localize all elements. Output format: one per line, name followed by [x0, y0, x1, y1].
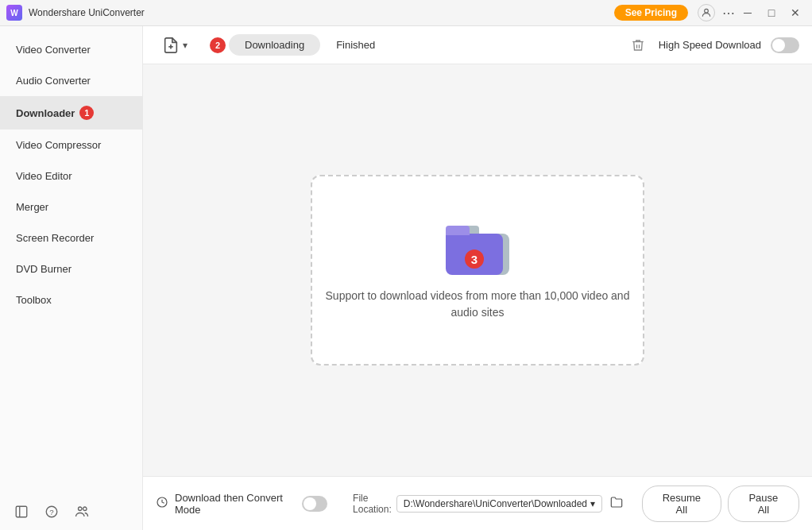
- app-title: Wondershare UniConverter: [29, 7, 614, 18]
- convert-mode-toggle[interactable]: [302, 496, 327, 512]
- sidebar-label: Merger: [16, 201, 48, 213]
- tab-finished[interactable]: Finished: [320, 34, 391, 56]
- pause-all-button[interactable]: Pause All: [728, 486, 799, 522]
- sidebar-label: Video Compressor: [16, 139, 101, 151]
- sidebar-item-audio-converter[interactable]: Audio Converter: [0, 65, 142, 96]
- users-icon[interactable]: [73, 503, 91, 520]
- folder-open-icon[interactable]: [610, 496, 623, 511]
- content-area: ▾ 2 Downloading Finished High Speed Down…: [143, 26, 812, 530]
- svg-point-8: [83, 507, 87, 511]
- trash-icon[interactable]: [627, 34, 649, 56]
- downloader-badge: 1: [79, 106, 94, 120]
- sidebar-item-video-editor[interactable]: Video Editor: [0, 161, 142, 191]
- sidebar-label: DVD Burner: [16, 263, 72, 275]
- sidebar-label: Toolbox: [16, 294, 52, 306]
- bottom-bar: Download then Convert Mode File Location…: [143, 476, 812, 530]
- title-bar: W Wondershare UniConverter See Pricing ⋯…: [0, 0, 812, 26]
- sidebar-label: Downloader: [16, 107, 75, 119]
- file-path-text: D:\Wondershare\UniConverter\Downloaded: [404, 498, 587, 509]
- sidebar-item-video-compressor[interactable]: Video Compressor: [0, 130, 142, 161]
- sidebar-bottom: ?: [0, 493, 142, 530]
- high-speed-label: High Speed Download: [659, 39, 761, 51]
- sidebar-item-merger[interactable]: Merger: [0, 191, 142, 222]
- folder-add-icon: 3: [446, 219, 509, 275]
- file-location-section: File Location: D:\Wondershare\UniConvert…: [353, 493, 623, 515]
- convert-mode-section: Download then Convert Mode: [156, 492, 327, 516]
- dropdown-chevron-icon: ▾: [590, 498, 595, 509]
- maximize-button[interactable]: □: [761, 4, 782, 21]
- drop-box[interactable]: 3 Support to download videos from more t…: [311, 175, 644, 366]
- folder-badge-number: 3: [465, 250, 484, 269]
- svg-point-2: [705, 9, 709, 13]
- sidebar-item-toolbox[interactable]: Toolbox: [0, 284, 142, 315]
- window-controls: ─ □ ✕: [737, 4, 806, 21]
- pricing-button[interactable]: See Pricing: [614, 5, 688, 21]
- sidebar-label: Video Converter: [16, 44, 91, 56]
- sidebar-item-screen-recorder[interactable]: Screen Recorder: [0, 222, 142, 253]
- book-icon[interactable]: [13, 503, 30, 520]
- add-download-button[interactable]: ▾: [156, 33, 194, 57]
- user-avatar[interactable]: [698, 4, 715, 21]
- chevron-down-icon: ▾: [183, 40, 188, 51]
- minimize-button[interactable]: ─: [737, 4, 758, 21]
- tab-count-badge: 2: [210, 37, 226, 53]
- resume-all-button[interactable]: Resume All: [642, 486, 721, 522]
- sidebar-label: Video Editor: [16, 170, 72, 182]
- main-container: Video Converter Audio Converter Download…: [0, 26, 812, 530]
- tab-downloading[interactable]: Downloading: [229, 34, 320, 56]
- sidebar: Video Converter Audio Converter Download…: [0, 26, 143, 530]
- svg-text:?: ?: [49, 508, 54, 516]
- drop-area: 3 Support to download videos from more t…: [143, 64, 812, 476]
- close-button[interactable]: ✕: [785, 4, 806, 21]
- file-location-label: File Location:: [353, 493, 392, 515]
- menu-dots-button[interactable]: ⋯: [720, 4, 737, 21]
- bottom-actions: Resume All Pause All: [642, 486, 799, 522]
- drop-text: Support to download videos from more tha…: [326, 288, 630, 321]
- folder-front: 3: [446, 234, 503, 275]
- clock-icon: [156, 496, 168, 511]
- svg-text:W: W: [10, 9, 18, 17]
- tab-group: 2 Downloading Finished: [210, 34, 391, 56]
- convert-mode-label: Download then Convert Mode: [175, 492, 296, 516]
- svg-rect-3: [16, 506, 27, 517]
- sidebar-item-video-converter[interactable]: Video Converter: [0, 34, 142, 65]
- sidebar-label: Audio Converter: [16, 75, 91, 87]
- toolbar: ▾ 2 Downloading Finished High Speed Down…: [143, 26, 812, 64]
- sidebar-item-downloader[interactable]: Downloader 1: [0, 96, 142, 130]
- svg-point-7: [79, 507, 83, 511]
- high-speed-toggle[interactable]: [771, 37, 799, 53]
- file-location-dropdown[interactable]: D:\Wondershare\UniConverter\Downloaded ▾: [396, 495, 602, 513]
- sidebar-item-dvd-burner[interactable]: DVD Burner: [0, 253, 142, 284]
- help-icon[interactable]: ?: [43, 503, 60, 520]
- sidebar-label: Screen Recorder: [16, 232, 94, 244]
- app-logo: W: [6, 5, 22, 21]
